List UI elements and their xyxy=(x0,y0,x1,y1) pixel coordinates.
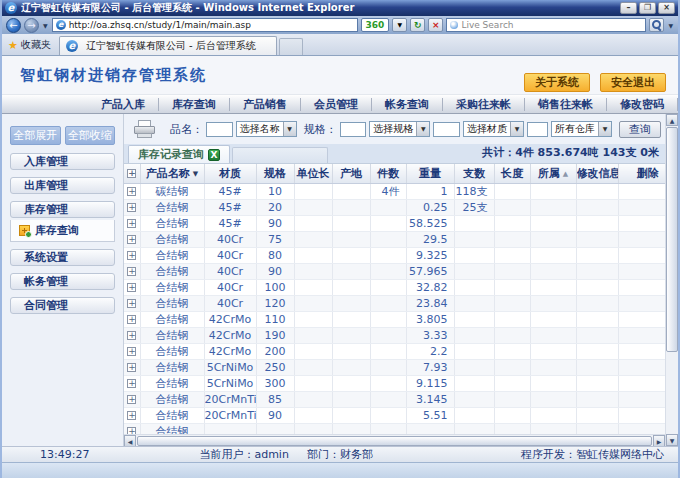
restore-button[interactable]: ❐ xyxy=(639,2,656,14)
hscroll-thumb[interactable] xyxy=(137,436,652,446)
cell: 90 xyxy=(256,407,294,423)
sidebar-section-4[interactable]: 帐务管理 xyxy=(10,273,115,290)
row-expand-icon[interactable]: + xyxy=(127,411,136,420)
row-expand-icon[interactable]: + xyxy=(127,331,136,340)
column-header-11[interactable]: 删除 xyxy=(618,164,665,183)
nav-item-6[interactable]: 销售往来帐 xyxy=(525,98,607,111)
cell xyxy=(618,423,665,434)
app-title: 智虹钢材进销存管理系统 xyxy=(20,66,207,85)
spec-input[interactable] xyxy=(340,122,367,137)
row-expand-icon[interactable]: + xyxy=(127,283,136,292)
query-button[interactable]: 查询 xyxy=(619,121,661,138)
360-badge[interactable]: 360 xyxy=(361,18,390,32)
sidebar-section-0[interactable]: 入库管理 xyxy=(10,153,115,170)
column-header-6[interactable]: 重量 xyxy=(406,164,454,183)
browser-tab[interactable]: e 辽宁智虹传媒有限公司 - 后台管理系统 xyxy=(59,36,277,55)
nav-item-5[interactable]: 采购往来帐 xyxy=(443,98,525,111)
row-expand-icon[interactable]: + xyxy=(127,347,136,356)
excel-export-icon[interactable]: X xyxy=(208,149,220,161)
minimize-button[interactable]: – xyxy=(620,2,637,14)
column-header-2[interactable]: 规格 xyxy=(256,164,294,183)
refresh-button[interactable]: ↻ xyxy=(410,18,425,32)
search-options-dropdown-icon[interactable]: ▼ xyxy=(667,22,674,29)
search-go-button[interactable] xyxy=(649,18,664,32)
cell xyxy=(576,375,618,391)
nav-item-4[interactable]: 帐务查询 xyxy=(372,98,443,111)
nav-item-1[interactable]: 库存查询 xyxy=(159,98,230,111)
scroll-down-icon[interactable]: ▼ xyxy=(666,434,678,446)
cell xyxy=(576,391,618,407)
select-name-dropdown[interactable]: 选择名称 ▼ xyxy=(236,121,297,137)
expand-all-icon[interactable]: + xyxy=(127,169,136,178)
cell xyxy=(332,295,370,311)
about-system-button[interactable]: 关于系统 xyxy=(524,73,590,92)
new-tab-button[interactable] xyxy=(279,38,303,55)
column-header-1[interactable]: 材质 xyxy=(204,164,256,183)
sidebar-section-3[interactable]: 系统设置 xyxy=(10,249,115,266)
scroll-left-icon[interactable]: ◀ xyxy=(124,435,136,447)
search-input[interactable]: Live Search xyxy=(446,18,646,32)
vertical-scrollbar[interactable]: ▲ ▼ xyxy=(665,114,678,446)
favorites-button[interactable]: ★ 收藏夹 xyxy=(6,38,59,55)
warehouse-input[interactable] xyxy=(527,122,548,137)
nav-item-7[interactable]: 修改密码 xyxy=(607,98,678,111)
column-header-4[interactable]: 产地 xyxy=(332,164,370,183)
magnifier-icon xyxy=(651,19,662,30)
column-header-5[interactable]: 件数 xyxy=(370,164,406,183)
row-expand-icon[interactable]: + xyxy=(127,203,136,212)
sidebar-section-5[interactable]: 合同管理 xyxy=(10,297,115,314)
address-input[interactable]: e http://oa.zhsq.cn/study/1/main/main.as… xyxy=(52,18,358,32)
row-expand-icon[interactable]: + xyxy=(127,267,136,276)
collapse-all-button[interactable]: 全部收缩 xyxy=(65,126,116,145)
row-expand-icon[interactable]: + xyxy=(127,395,136,404)
cell: 40Cr xyxy=(204,247,256,263)
scroll-up-icon[interactable]: ▲ xyxy=(666,114,678,126)
cell xyxy=(618,215,665,231)
warehouse-dropdown[interactable]: 所有仓库 ▼ xyxy=(551,121,612,137)
nav-item-2[interactable]: 产品销售 xyxy=(230,98,301,111)
column-header-3[interactable]: 单位长 xyxy=(294,164,332,183)
360-dropdown-icon[interactable]: ▼ xyxy=(392,18,407,32)
nav-item-3[interactable]: 会员管理 xyxy=(301,98,372,111)
safe-exit-button[interactable]: 安全退出 xyxy=(600,73,666,92)
printer-icon[interactable] xyxy=(132,120,158,139)
sidebar-section-1[interactable]: 出库管理 xyxy=(10,177,115,194)
stop-button[interactable]: × xyxy=(428,18,443,32)
cell: 5CrNiMo xyxy=(204,359,256,375)
column-header-9[interactable]: 所属▲ xyxy=(530,164,576,183)
page: 智虹钢材进销存管理系统 关于系统 安全退出 产品入库库存查询产品销售会员管理帐务… xyxy=(2,56,678,462)
row-expand-icon[interactable]: + xyxy=(127,299,136,308)
material-input[interactable] xyxy=(433,122,460,137)
select-spec-dropdown[interactable]: 选择规格 ▼ xyxy=(369,121,430,137)
sidebar-item-2-0[interactable]: 库存查询 xyxy=(19,223,114,238)
expand-all-button[interactable]: 全部展开 xyxy=(10,126,61,145)
history-dropdown-icon[interactable]: ▼ xyxy=(42,22,49,29)
row-expand-icon[interactable]: + xyxy=(127,187,136,196)
forward-button[interactable]: → xyxy=(24,18,39,33)
cell xyxy=(494,343,530,359)
row-expand-icon[interactable]: + xyxy=(127,235,136,244)
column-header-0[interactable]: 产品名称▼ xyxy=(140,164,204,183)
column-header-7[interactable]: 支数 xyxy=(454,164,494,183)
row-expand-icon[interactable]: + xyxy=(127,251,136,260)
nav-item-0[interactable]: 产品入库 xyxy=(88,98,159,111)
vscroll-thumb[interactable] xyxy=(666,127,678,352)
column-header-8[interactable]: 长度 xyxy=(494,164,530,183)
expander-cell: + xyxy=(124,311,140,327)
scroll-right-icon[interactable]: ▶ xyxy=(653,435,665,447)
close-button[interactable]: × xyxy=(658,2,675,14)
back-button[interactable]: ← xyxy=(6,18,21,33)
sidebar-section-2[interactable]: 库存管理 xyxy=(10,201,115,218)
horizontal-scrollbar[interactable]: ◀ ▶ xyxy=(124,434,665,446)
cell xyxy=(370,375,406,391)
row-expand-icon[interactable]: + xyxy=(127,315,136,324)
row-expand-icon[interactable]: + xyxy=(127,427,136,434)
product-name-input[interactable] xyxy=(206,122,233,137)
tab-inventory-records[interactable]: 库存记录查询 X xyxy=(128,145,230,163)
row-expand-icon[interactable]: + xyxy=(127,379,136,388)
row-expand-icon[interactable]: + xyxy=(127,363,136,372)
column-header-10[interactable]: 修改信息 xyxy=(576,164,618,183)
cell: 58.525 xyxy=(406,215,454,231)
row-expand-icon[interactable]: + xyxy=(127,219,136,228)
select-material-dropdown[interactable]: 选择材质 ▼ xyxy=(463,121,524,137)
